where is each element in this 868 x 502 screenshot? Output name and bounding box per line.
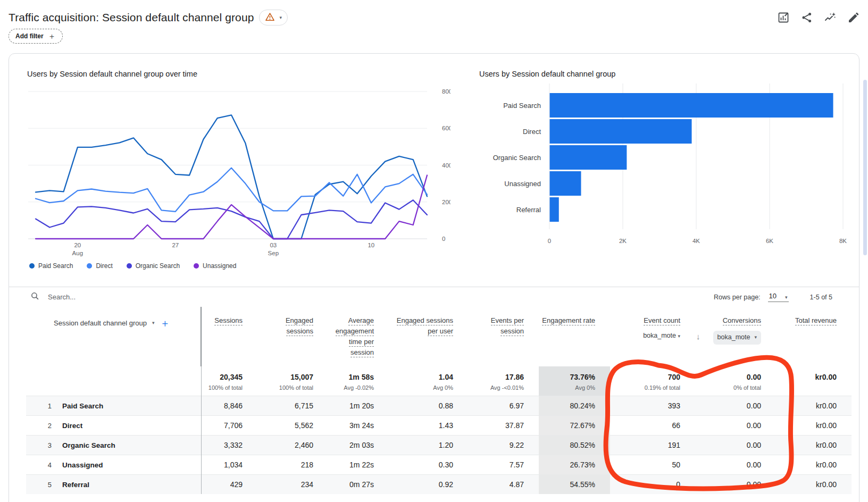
svg-text:Direct: Direct: [523, 128, 541, 136]
scrollbar-thumb[interactable]: [863, 80, 867, 255]
legend-dot: [127, 263, 132, 269]
table-row[interactable]: 1Paid Search 8,8466,715 1m 20s0.88 6.978…: [26, 396, 852, 415]
chevron-down-icon: ▾: [678, 333, 680, 339]
legend-item-organic-search: Organic Search: [127, 262, 180, 270]
report-card: Users by Session default channel group o…: [9, 53, 859, 502]
svg-text:4K: 4K: [692, 238, 700, 244]
column-header-sessions[interactable]: Sessions: [201, 307, 257, 366]
rows-per-page-value: 10: [769, 292, 777, 300]
add-dimension-icon[interactable]: ＋: [160, 315, 170, 331]
report-toolbar: [777, 11, 861, 24]
svg-text:800: 800: [442, 88, 450, 95]
column-header-events-per-session[interactable]: Events per session: [468, 307, 539, 366]
column-header-engaged-sessions[interactable]: Engaged sessions: [257, 307, 328, 366]
svg-text:20: 20: [74, 242, 81, 248]
search-icon: [30, 291, 39, 303]
legend-item-unassigned: Unassigned: [194, 262, 236, 270]
svg-text:Organic Search: Organic Search: [493, 154, 541, 162]
search-input[interactable]: [47, 292, 208, 302]
column-header-avg-engagement-time[interactable]: Average engagement time per session: [328, 307, 389, 366]
table-row[interactable]: 4Unassigned 1,034218 1m 22s0.30 7.5726.7…: [26, 455, 852, 474]
svg-text:Referral: Referral: [516, 206, 541, 214]
svg-text:03: 03: [270, 242, 277, 248]
chevron-down-icon: ▾: [279, 15, 282, 20]
column-header-engaged-sessions-per-user[interactable]: Engaged sessions per user: [389, 307, 468, 366]
table-toolbar: Rows per page: 10 ▾ 1-5 of 5: [9, 287, 859, 307]
rows-per-page-label: Rows per page:: [714, 294, 761, 301]
bar-paid-search[interactable]: [550, 93, 833, 118]
column-header-dimension[interactable]: Session default channel group ▾ ＋: [26, 307, 201, 366]
data-quality-dropdown[interactable]: ▾: [259, 10, 288, 26]
column-header-conversions[interactable]: ↓ Conversions boka_mote ▾: [695, 307, 776, 366]
add-filter-label: Add filter: [15, 32, 44, 40]
bar-chart[interactable]: 02K4K6K8KPaid SearchDirectOrganic Search…: [479, 76, 852, 253]
page-title: Traffic acquisition: Session default cha…: [9, 11, 254, 24]
customize-report-icon[interactable]: [777, 11, 790, 24]
column-header-event-count[interactable]: Event count boka_mote ▾: [610, 307, 695, 366]
line-chart[interactable]: 800600400200020Aug2703Sep10: [25, 81, 450, 260]
svg-text:8K: 8K: [839, 238, 847, 244]
svg-text:Paid Search: Paid Search: [503, 102, 541, 110]
svg-text:400: 400: [442, 162, 450, 169]
svg-text:600: 600: [442, 125, 450, 131]
legend-dot: [194, 263, 199, 269]
bar-direct[interactable]: [550, 119, 692, 144]
line-chart-title: Users by Session default channel group o…: [27, 70, 197, 78]
conversions-event-select[interactable]: boka_mote ▾: [713, 331, 761, 344]
edit-icon[interactable]: [847, 11, 861, 24]
table-row[interactable]: 5Referral 429234 0m 27s0.92 4.8754.55% 0…: [26, 474, 852, 494]
legend-dot: [29, 263, 35, 269]
bar-organic-search[interactable]: [550, 145, 627, 170]
bar-referral[interactable]: [550, 197, 559, 222]
svg-text:27: 27: [172, 242, 179, 248]
rows-per-page-select[interactable]: 10 ▾: [768, 292, 789, 302]
svg-text:Aug: Aug: [72, 250, 83, 256]
svg-text:6K: 6K: [766, 238, 773, 244]
report-table: Session default channel group ▾ ＋ Sessio…: [26, 307, 852, 494]
pagination-range: 1-5 of 5: [810, 294, 832, 301]
svg-text:10: 10: [368, 242, 374, 248]
svg-text:Unassigned: Unassigned: [504, 180, 541, 188]
svg-text:2K: 2K: [619, 238, 627, 244]
svg-text:Sep: Sep: [268, 250, 279, 256]
bar-unassigned[interactable]: [550, 171, 581, 196]
chevron-down-icon: ▾: [754, 335, 757, 340]
svg-text:0: 0: [442, 236, 445, 242]
column-header-total-revenue[interactable]: Total revenue: [776, 307, 852, 366]
table-header-row: Session default channel group ▾ ＋ Sessio…: [26, 307, 852, 366]
svg-text:0: 0: [548, 238, 551, 244]
totals-row: 20,345100% of total 15,007100% of total …: [26, 366, 852, 396]
event-count-event-select[interactable]: boka_mote ▾: [610, 331, 680, 341]
share-icon[interactable]: [800, 11, 814, 24]
sort-descending-icon: ↓: [696, 330, 700, 342]
legend-dot: [87, 263, 92, 269]
column-header-engagement-rate[interactable]: Engagement rate: [539, 307, 610, 366]
table-row[interactable]: 3Organic Search 3,3322,460 2m 03s1.20 9.…: [26, 435, 852, 455]
insights-icon[interactable]: [823, 11, 837, 24]
add-filter-button[interactable]: Add filter ＋: [9, 29, 63, 44]
plus-icon: ＋: [48, 31, 56, 41]
legend-item-direct: Direct: [87, 262, 112, 270]
chevron-down-icon: ▾: [785, 295, 788, 300]
chevron-down-icon[interactable]: ▾: [152, 321, 155, 325]
report-header: Traffic acquisition: Session default cha…: [9, 10, 288, 26]
legend-item-paid-search: Paid Search: [29, 262, 73, 270]
table-row[interactable]: 2Direct 7,7065,562 3m 24s1.43 37.8772.67…: [26, 415, 852, 435]
svg-text:200: 200: [442, 199, 450, 205]
line-chart-legend: Paid SearchDirectOrganic SearchUnassigne…: [29, 262, 236, 270]
warning-icon: [265, 12, 275, 24]
dimension-header-label: Session default channel group: [54, 318, 147, 329]
